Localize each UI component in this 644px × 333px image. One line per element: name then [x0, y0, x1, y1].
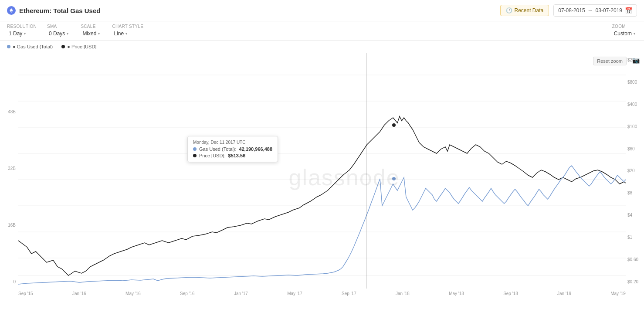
y-right-100: $100 [626, 124, 644, 129]
tooltip-price-label: Price [USD]: [199, 153, 226, 158]
scale-select[interactable]: Mixed ▾ [81, 30, 102, 37]
x-jan19: Jan '19 [557, 291, 571, 296]
y-right-20: $20 [626, 168, 644, 173]
resolution-chevron: ▾ [24, 32, 26, 36]
chart-area: glassnode Reset zoom 📷 Monday, Dec 11 20… [0, 53, 644, 302]
y-right-800: $800 [626, 80, 644, 85]
chart-tooltip: Monday, Dec 11 2017 UTC Gas Used (Total)… [187, 136, 278, 162]
toolbar: Resolution 1 Day ▾ SMA 0 Days ▾ Scale Mi… [0, 21, 644, 41]
scale-control: Scale Mixed ▾ [81, 24, 102, 37]
zoom-select[interactable]: Custom ▾ [612, 30, 637, 37]
x-jan16: Jan '16 [72, 291, 86, 296]
chart-style-label: Chart Style [112, 24, 143, 29]
reset-zoom-button[interactable]: Reset zoom [593, 57, 627, 65]
sma-control: SMA 0 Days ▾ [47, 24, 70, 37]
x-may19: May '19 [610, 291, 626, 296]
y-right-060: $0.60 [626, 257, 644, 262]
chart-style-select[interactable]: Line ▾ [112, 30, 143, 37]
y-label-zero: 0 [0, 279, 18, 284]
camera-icon[interactable]: 📷 [632, 57, 640, 64]
legend-gas-used: ● Gas Used (Total) [7, 44, 53, 49]
x-may18: May '18 [449, 291, 464, 296]
resolution-value: 1 Day [9, 31, 22, 37]
y-right-4: $4 [626, 213, 644, 217]
y-axis-right: $2k $800 $400 $100 $60 $20 $8 $4 $1 $0.6… [626, 53, 644, 289]
y-axis-left: 48B 32B 16B 0 [0, 53, 18, 289]
clock-icon: 🕐 [506, 7, 512, 14]
header-controls: 🕐 Recent Data 07-08-2015 → 03-07-2019 📅 [500, 4, 637, 17]
date-range[interactable]: 07-08-2015 → 03-07-2019 📅 [553, 4, 637, 17]
tooltip-price-value: $513.56 [228, 153, 246, 158]
sma-select[interactable]: 0 Days ▾ [47, 30, 70, 37]
date-from: 07-08-2015 [558, 7, 585, 14]
tooltip-price-row: Price [USD]: $513.56 [193, 153, 272, 158]
chart-style-chevron: ▾ [125, 32, 127, 36]
scale-label: Scale [81, 24, 102, 29]
x-sep18: Sep '18 [503, 291, 518, 296]
recent-data-label: Recent Data [515, 7, 544, 14]
x-jan18: Jan '18 [396, 291, 410, 296]
x-sep15: Sep '15 [18, 291, 33, 296]
chart-svg [18, 53, 626, 289]
scale-chevron: ▾ [98, 32, 100, 36]
y-label-48b: 48B [0, 109, 18, 114]
zoom-control: Zoom Custom ▾ [612, 24, 637, 37]
resolution-select[interactable]: 1 Day ▾ [7, 30, 37, 37]
x-sep16: Sep '16 [180, 291, 195, 296]
x-may17: May '17 [287, 291, 302, 296]
y-right-8: $8 [626, 190, 644, 195]
zoom-value: Custom [614, 31, 632, 37]
y-right-020: $0.20 [626, 279, 644, 284]
y-right-60: $60 [626, 146, 644, 151]
scale-value: Mixed [82, 31, 96, 37]
legend-dot-black [61, 45, 65, 48]
recent-data-button[interactable]: 🕐 Recent Data [500, 5, 549, 16]
legend-price: ● Price [USD] [61, 44, 96, 49]
legend-dot-blue [7, 45, 10, 48]
y-right-1: $1 [626, 235, 644, 240]
header: Ethereum: Total Gas Used 🕐 Recent Data 0… [0, 0, 644, 21]
tooltip-gas-label: Gas Used (Total): [199, 146, 237, 152]
tooltip-price-dot [193, 154, 197, 157]
title-text: Ethereum: Total Gas Used [19, 7, 100, 14]
resolution-label: Resolution [7, 24, 37, 29]
chart-style-control: Chart Style Line ▾ [112, 24, 143, 37]
tooltip-dot-price [392, 123, 396, 127]
date-to: 03-07-2019 [596, 7, 622, 14]
sma-chevron: ▾ [67, 32, 68, 36]
y-label-32b: 32B [0, 166, 18, 171]
sma-label: SMA [47, 24, 70, 29]
ethereum-icon [7, 6, 16, 15]
zoom-label: Zoom [612, 24, 637, 29]
y-label-16b: 16B [0, 223, 18, 228]
x-jan17: Jan '17 [234, 291, 248, 296]
tooltip-gas-row: Gas Used (Total): 42,190,966,488 [193, 146, 272, 152]
page-title: Ethereum: Total Gas Used [7, 6, 500, 15]
chart-legend: ● Gas Used (Total) ● Price [USD] [0, 41, 644, 53]
tooltip-dot-gas [392, 177, 396, 181]
legend-price-label: ● Price [USD] [67, 44, 96, 49]
calendar-icon: 📅 [625, 7, 632, 14]
chart-style-value: Line [114, 31, 124, 37]
resolution-control: Resolution 1 Day ▾ [7, 24, 37, 37]
legend-gas-label: ● Gas Used (Total) [13, 44, 53, 49]
tooltip-header: Monday, Dec 11 2017 UTC [193, 140, 272, 145]
x-sep17: Sep '17 [342, 291, 356, 296]
sma-value: 0 Days [49, 31, 65, 37]
zoom-chevron: ▾ [634, 32, 635, 36]
tooltip-gas-value: 42,190,966,488 [239, 146, 272, 152]
y-right-400: $400 [626, 102, 644, 107]
tooltip-gas-dot [193, 147, 197, 151]
svg-marker-0 [10, 8, 13, 11]
x-may16: May '16 [125, 291, 141, 296]
x-axis: Sep '15 Jan '16 May '16 Sep '16 Jan '17 … [18, 289, 626, 302]
gas-used-line [18, 166, 626, 284]
date-arrow: → [588, 7, 593, 14]
